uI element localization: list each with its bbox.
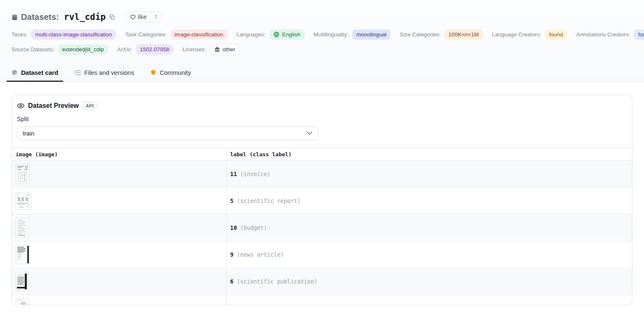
like-label: like: [138, 14, 147, 20]
tag-group-task-categories: Task Categories: image-classification: [125, 29, 227, 40]
globe-icon: [273, 31, 279, 38]
document-thumbnail: [16, 245, 30, 264]
table-row: 10(budget): [12, 215, 632, 241]
label-number: 11: [230, 171, 237, 177]
column-header-label: label (class label): [226, 148, 632, 161]
tag-pill-multilinguality[interactable]: monolingual: [352, 29, 391, 40]
tag-group-licenses: Licenses: other: [182, 44, 240, 55]
label-class: (news article): [237, 251, 284, 258]
tag-pill-annotations-creators[interactable]: found: [634, 29, 644, 40]
tag-group-language-creators: Language Creators: found: [492, 29, 567, 40]
eye-icon: [17, 103, 24, 109]
document-thumbnail: [16, 272, 28, 291]
tag-group-multilinguality: Multilinguality: monolingual: [314, 29, 391, 40]
tag-pill-task[interactable]: multi-class-image-classification: [31, 29, 116, 40]
table-row: 6(scientific publication): [12, 268, 632, 295]
split-select-value: train: [23, 130, 34, 137]
dataset-card-icon: [12, 69, 18, 76]
preview-title: Dataset Preview: [28, 102, 79, 110]
label-class: (invoice): [240, 171, 270, 177]
label-class: (scientific report): [237, 198, 301, 204]
tag-group-annotations-creators: Annotations Creators: found: [576, 29, 644, 40]
document-thumbnail: [16, 299, 29, 305]
dataset-icon: [12, 14, 18, 21]
table-row: 5(scientific report): [12, 188, 632, 215]
heart-icon: [130, 14, 136, 20]
table-row: 9(news article): [12, 241, 632, 268]
dataset-preview-card: Dataset Preview API Split train image (i…: [12, 95, 632, 305]
like-count: 7: [150, 12, 161, 22]
label-number: 5: [230, 198, 234, 204]
page-kind-label: Datasets:: [21, 12, 59, 22]
tag-pill-language-creators[interactable]: found: [545, 29, 567, 40]
files-versions-icon: [74, 70, 81, 76]
tag-pill-arxiv[interactable]: 1502.07058: [136, 44, 173, 55]
page-header: Datasets: rvl_cdip like 7 Tasks: multi-c…: [0, 0, 644, 82]
tab-community[interactable]: Community: [145, 65, 196, 81]
tab-dataset-card[interactable]: Dataset card: [7, 65, 63, 81]
tags-row-1: Tasks: multi-class-image-classification …: [12, 29, 632, 40]
tag-pill-size-category[interactable]: 100K<n<1M: [444, 29, 483, 40]
license-icon: [214, 47, 220, 52]
label-number: 6: [230, 278, 234, 285]
tag-group-arxiv: ArXiv: 1502.07058: [117, 44, 173, 55]
tag-group-source-datasets: Source Datasets: extended|iit_cdip: [12, 44, 108, 55]
tag-pill-source-dataset[interactable]: extended|iit_cdip: [58, 44, 108, 55]
dataset-title: rvl_cdip: [64, 12, 106, 22]
document-thumbnail: [16, 218, 28, 238]
preview-header: Dataset Preview API: [12, 95, 632, 110]
preview-table: image (image) label (class label): [12, 148, 632, 305]
tag-pill-language[interactable]: English: [269, 29, 304, 40]
split-label: Split: [12, 110, 632, 122]
label-class: (scientific publication): [237, 278, 317, 285]
table-header-row: image (image) label (class label): [12, 148, 632, 161]
tags-row-2: Source Datasets: extended|iit_cdip ArXiv…: [12, 44, 632, 55]
tag-group-languages: Languages: English: [237, 29, 305, 40]
tag-pill-license[interactable]: other: [210, 44, 240, 55]
like-button[interactable]: like 7: [126, 12, 161, 22]
community-icon: [150, 69, 156, 76]
title-row: Datasets: rvl_cdip like 7: [12, 11, 632, 23]
table-row: [12, 295, 632, 305]
document-thumbnail: [16, 192, 31, 210]
tag-pill-task-category[interactable]: image-classification: [170, 29, 227, 40]
column-header-image: image (image): [12, 148, 226, 161]
tab-files-and-versions[interactable]: Files and versions: [69, 65, 139, 81]
split-select[interactable]: train: [17, 126, 318, 140]
label-number: 9: [230, 251, 234, 258]
chevron-down-icon: [306, 131, 313, 135]
label-class: (budget): [240, 224, 267, 231]
label-number: 10: [230, 224, 237, 231]
main-content: Dataset Preview API Split train image (i…: [0, 82, 644, 305]
tab-bar: Dataset card Files and versions Communit…: [12, 65, 632, 81]
document-thumbnail: [16, 164, 30, 184]
api-badge[interactable]: API: [83, 102, 97, 110]
copy-icon[interactable]: [109, 14, 115, 20]
tag-group-tasks: Tasks: multi-class-image-classification: [12, 29, 116, 40]
table-row: 11(invoice): [12, 161, 632, 188]
tag-group-size-categories: Size Categories: 100K<n<1M: [400, 29, 483, 40]
